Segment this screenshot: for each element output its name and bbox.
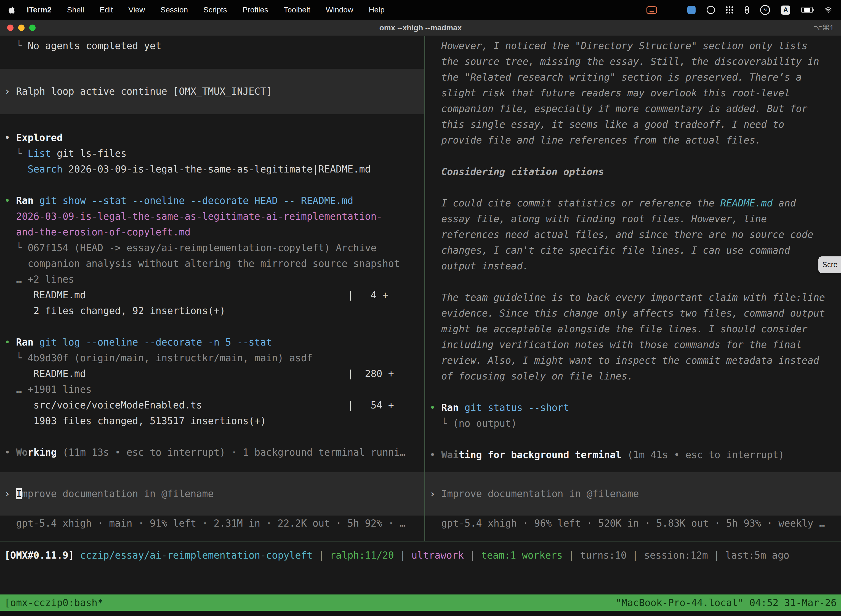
terminal-line: … +2 lines xyxy=(0,271,424,287)
terminal-line: › Improve documentation in @filename xyxy=(425,486,841,502)
right-prompt-input[interactable]: › Improve documentation in @filename xyxy=(425,472,841,516)
menu-bar-status-icons: .61 A xyxy=(646,5,833,15)
left-prompt-input[interactable]: › Improve documentation in @filename xyxy=(0,472,424,516)
terminal-line: The team guideline is to back every impo… xyxy=(425,290,841,305)
terminal-line xyxy=(0,319,424,334)
terminal-line: … +1901 lines xyxy=(0,382,424,397)
terminal-line: • Ran git show --stat --oneline --decora… xyxy=(0,193,424,209)
terminal-line: • Waiting for background terminal (1m 41… xyxy=(425,447,841,463)
right-pane[interactable]: However, I noticed the "Directory Struct… xyxy=(425,36,841,541)
round-app-icon[interactable] xyxy=(707,6,715,14)
terminal-line: • Ran git log --oneline --decorate -n 5 … xyxy=(0,334,424,350)
terminal-line xyxy=(0,429,424,444)
terminal-line: and-the-erosion-of-copyleft.md xyxy=(0,224,424,240)
menu-window[interactable]: Window xyxy=(326,6,353,14)
terminal-line: the source tree, missing the essay. Stil… xyxy=(425,54,841,70)
terminal-line: 2026-03-09-is-legal-the-same-as-legitima… xyxy=(0,209,424,224)
terminal-line: src/voice/voiceModeEnabled.ts | 54 + xyxy=(0,397,424,413)
terminal-line: companion analysis without altering the … xyxy=(0,256,424,271)
desktop: iTerm2 Shell Edit View Session Scripts P… xyxy=(0,0,841,616)
terminal-line xyxy=(425,180,841,195)
macos-menu-bar: iTerm2 Shell Edit View Session Scripts P… xyxy=(0,0,841,20)
window-manager-icon[interactable] xyxy=(668,6,676,14)
terminal-line: However, I noticed the "Directory Struct… xyxy=(425,38,841,54)
tmux-session-label[interactable]: [omx-cczip0:bash* xyxy=(0,597,108,608)
screen-sharing-widget[interactable]: Scre xyxy=(818,257,841,273)
wifi-icon[interactable] xyxy=(824,6,833,13)
tmux-window: └ No agents completed yet › Ralph loop a… xyxy=(0,36,841,541)
window-shortcut-badge: ⌥⌘1 xyxy=(814,23,834,32)
menu-scripts[interactable]: Scripts xyxy=(203,6,227,14)
traffic-lights xyxy=(7,25,35,31)
left-pane[interactable]: └ No agents completed yet › Ralph loop a… xyxy=(0,36,424,541)
menu-toolbelt[interactable]: Toolbelt xyxy=(284,6,311,14)
terminal-line: review. Also, I might want to inspect th… xyxy=(425,353,841,368)
terminal-line: references need actual files, and since … xyxy=(425,227,841,243)
battery-gauge-icon[interactable]: .61 xyxy=(760,5,770,15)
left-prompt-text: › Improve documentation in @filename xyxy=(0,486,424,502)
app-grid-icon[interactable] xyxy=(726,6,734,14)
terminal-line: └ List git ls-files xyxy=(0,146,424,161)
terminal-line: changes, I can't cite specific file line… xyxy=(425,243,841,258)
terminal-line: README.md | 280 + xyxy=(0,366,424,382)
terminal-line: Considering citation options xyxy=(425,164,841,180)
zoom-button[interactable] xyxy=(29,25,35,31)
figure-8-icon[interactable] xyxy=(745,6,749,14)
omx-status-bar: [OMX#0.11.9] cczip/essay/ai-reimplementa… xyxy=(0,541,841,594)
window-title: omx --xhigh --madmax xyxy=(0,23,841,32)
terminal-line: essay file, along with finding root file… xyxy=(425,211,841,227)
menu-shell[interactable]: Shell xyxy=(67,6,84,14)
terminal-line: evidence. Since this change only affects… xyxy=(425,305,841,321)
terminal-line: output instead. xyxy=(425,258,841,274)
terminal-line: might be acceptable alongside the file l… xyxy=(425,321,841,337)
menu-view[interactable]: View xyxy=(128,6,145,14)
omx-status-text: [OMX#0.11.9] cczip/essay/ai-reimplementa… xyxy=(0,547,841,563)
terminal-line: Search 2026-03-09-is-legal-the-same-as-l… xyxy=(0,161,424,177)
close-button[interactable] xyxy=(7,25,13,31)
menu-session[interactable]: Session xyxy=(160,6,188,14)
terminal-line xyxy=(425,148,841,164)
right-transcript: However, I noticed the "Directory Struct… xyxy=(425,38,841,463)
agent-status-lines: └ No agents completed yet xyxy=(0,38,424,54)
app-menus: iTerm2 Shell Edit View Session Scripts P… xyxy=(27,6,385,14)
terminal-line: › Ralph loop active continue [OMX_TMUX_I… xyxy=(0,84,424,99)
terminal-line: └ 067f154 (HEAD -> essay/ai-reimplementa… xyxy=(0,240,424,256)
minimize-button[interactable] xyxy=(18,25,25,31)
terminal-line: └ (no output) xyxy=(425,416,841,431)
terminal-line: 2 files changed, 92 insertions(+) xyxy=(0,303,424,319)
terminal-line: [OMX#0.11.9] cczip/essay/ai-reimplementa… xyxy=(0,547,841,563)
window-title-bar[interactable]: omx --xhigh --madmax ⌥⌘1 xyxy=(0,20,841,36)
input-source-icon[interactable]: A xyxy=(781,6,790,15)
blue-app-icon[interactable] xyxy=(687,6,696,14)
terminal-line: README.md | 4 + xyxy=(0,287,424,303)
apple-menu-icon[interactable] xyxy=(8,6,15,14)
menu-profiles[interactable]: Profiles xyxy=(243,6,268,14)
terminal-line: including verification notes with those … xyxy=(425,337,841,353)
terminal-line: gpt-5.4 xhigh · main · 91% left · 2.31M … xyxy=(0,516,424,531)
left-pane-spacer xyxy=(0,461,424,472)
terminal-line: I could cite commit statistics or refere… xyxy=(425,195,841,211)
screen-recording-icon[interactable] xyxy=(646,6,657,14)
terminal-line: • Ran git status --short xyxy=(425,400,841,416)
terminal-line: └ No agents completed yet xyxy=(0,38,424,54)
terminal-line: › Improve documentation in @filename xyxy=(0,486,424,502)
terminal-line: └ 4b9d30f (origin/main, instructkr/main,… xyxy=(0,350,424,366)
battery-icon[interactable] xyxy=(801,7,813,13)
terminal-line: • Explored xyxy=(0,130,424,146)
screen-bottom-gap xyxy=(0,611,841,616)
menu-help[interactable]: Help xyxy=(369,6,385,14)
right-prompt-text: › Improve documentation in @filename xyxy=(425,486,841,502)
terminal-line xyxy=(425,384,841,400)
inject-banner-text: › Ralph loop active continue [OMX_TMUX_I… xyxy=(0,84,424,99)
terminal-line: companion file, especially if more comme… xyxy=(425,101,841,117)
terminal-line: this single essay, it seems like a good … xyxy=(425,117,841,132)
tmux-status-bar: [omx-cczip0:bash* "MacBook-Pro-44.local"… xyxy=(0,594,841,611)
terminal-line: 1903 files changed, 513517 insertions(+) xyxy=(0,413,424,429)
left-transcript: • Explored └ List git ls-files Search 20… xyxy=(0,130,424,461)
inject-banner: › Ralph loop active continue [OMX_TMUX_I… xyxy=(0,69,424,114)
terminal-line: gpt-5.4 xhigh · 96% left · 520K in · 5.8… xyxy=(425,516,841,531)
terminal-line: the "Related research writing" section i… xyxy=(425,70,841,85)
right-model-status: gpt-5.4 xhigh · 96% left · 520K in · 5.8… xyxy=(425,516,841,531)
menu-iterm2[interactable]: iTerm2 xyxy=(27,6,51,14)
menu-edit[interactable]: Edit xyxy=(100,6,113,14)
